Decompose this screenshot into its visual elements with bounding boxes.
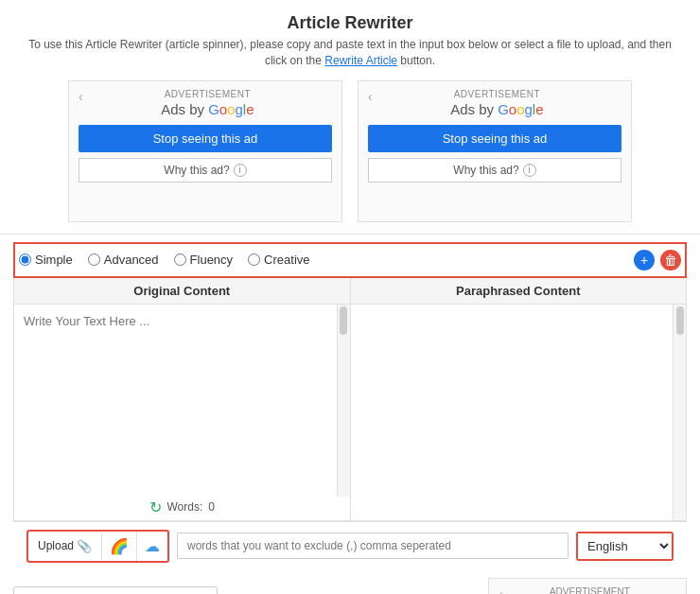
ads-row: ‹ ADVERTISEMENT Ads by Google Stop seein… <box>0 75 700 234</box>
bottom-ad-block: ‹ ADVERTISEMENT Ads by Google Stop seein… <box>488 578 687 594</box>
paraphrased-scrollbar[interactable] <box>673 305 686 520</box>
rewrite-article-link[interactable]: Rewrite Article <box>324 54 397 67</box>
mode-options: Simple Advanced Fluency Creative <box>19 253 310 267</box>
why-info-icon-2: i <box>523 164 536 177</box>
mode-fluency-radio[interactable] <box>174 253 186 266</box>
refresh-icon[interactable]: ↻ <box>149 498 162 516</box>
original-scrollbar-thumb <box>340 306 347 335</box>
captcha-box: I'm not a robot ♻ reCAPTCHAPrivacy - Ter… <box>13 586 218 594</box>
why-info-icon-1: i <box>234 164 247 177</box>
mode-icons: + 🗑 <box>634 250 681 271</box>
clip-icon: 📎 <box>77 539 92 553</box>
page-header: Article Rewriter To use this Article Rew… <box>0 0 700 75</box>
bottom-ad-arrow[interactable]: ‹ <box>499 586 503 594</box>
paraphrased-body <box>351 305 687 520</box>
page-subtitle: To use this Article Rewriter (article sp… <box>19 37 681 69</box>
language-select[interactable]: English Spanish French German Portuguese… <box>578 533 672 559</box>
cloud-upload-btn[interactable]: ☁ <box>137 532 167 561</box>
main-section: Simple Advanced Fluency Creative + 🗑 Ori… <box>0 234 700 570</box>
original-header: Original Content <box>14 278 350 305</box>
upload-btn[interactable]: Upload 📎 <box>28 533 102 559</box>
original-textarea[interactable] <box>14 305 350 494</box>
ad-left-arrow-2[interactable]: ‹ <box>368 89 373 104</box>
mode-advanced[interactable]: Advanced <box>88 253 159 267</box>
ad-left-arrow-1[interactable]: ‹ <box>79 89 83 104</box>
mode-creative-radio[interactable] <box>248 253 260 266</box>
bottom-toolbar: Upload 📎 🌈 ☁ English Spanish French Germ… <box>13 521 687 570</box>
ad-block-1: ‹ ADVERTISEMENT Ads by Google Stop seein… <box>68 80 342 222</box>
mode-creative[interactable]: Creative <box>248 253 309 267</box>
paraphrased-scrollbar-thumb <box>676 306 684 335</box>
mode-advanced-radio[interactable] <box>88 253 100 266</box>
content-area: Original Content ↻ Words: 0 Paraphrased … <box>13 278 687 521</box>
bottom-ad-label: ADVERTISEMENT <box>499 586 676 594</box>
stop-seeing-btn-1[interactable]: Stop seeing this ad <box>79 125 332 152</box>
paraphrased-textarea[interactable] <box>351 305 687 494</box>
ad-label-2: ADVERTISEMENT <box>368 89 621 99</box>
stop-seeing-btn-2[interactable]: Stop seeing this ad <box>368 125 621 152</box>
exclude-input[interactable] <box>177 533 569 559</box>
why-this-ad-2[interactable]: Why this ad? i <box>368 158 621 183</box>
color-picker-btn[interactable]: 🌈 <box>102 532 137 561</box>
mode-simple-radio[interactable] <box>19 253 31 266</box>
paraphrased-panel: Paraphrased Content <box>351 278 687 520</box>
mode-fluency[interactable]: Fluency <box>174 253 234 267</box>
ad-label-1: ADVERTISEMENT <box>79 89 332 99</box>
page-title: Article Rewriter <box>19 13 681 33</box>
original-scrollbar[interactable] <box>337 305 350 497</box>
ad-block-2: ‹ ADVERTISEMENT Ads by Google Stop seein… <box>358 80 632 222</box>
ads-by-google-1: Ads by Google <box>79 101 332 117</box>
paraphrased-header: Paraphrased Content <box>351 278 687 305</box>
words-count: ↻ Words: 0 <box>14 497 350 520</box>
add-icon-btn[interactable]: + <box>634 250 655 271</box>
delete-icon-btn[interactable]: 🗑 <box>660 250 681 271</box>
ads-by-google-2: Ads by Google <box>368 101 621 117</box>
mode-bar: Simple Advanced Fluency Creative + 🗑 <box>13 242 687 278</box>
upload-group: Upload 📎 🌈 ☁ <box>26 530 169 563</box>
mode-simple[interactable]: Simple <box>19 253 73 267</box>
lang-select-wrapper: English Spanish French German Portuguese… <box>576 532 674 561</box>
original-body <box>14 305 350 497</box>
original-panel: Original Content ↻ Words: 0 <box>14 278 351 520</box>
why-this-ad-1[interactable]: Why this ad? i <box>79 158 332 183</box>
